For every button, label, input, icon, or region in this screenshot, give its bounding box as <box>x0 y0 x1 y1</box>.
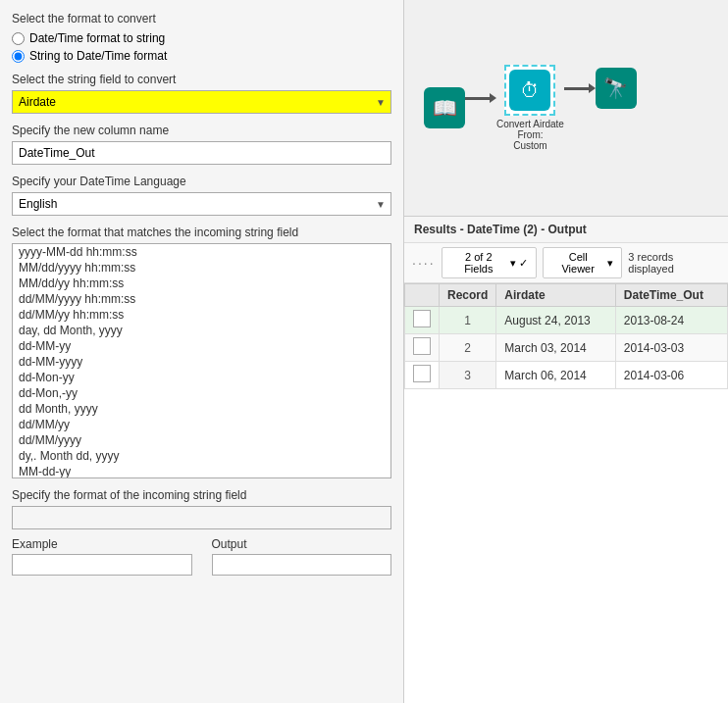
output-node-icon[interactable]: 🔭 <box>596 68 637 109</box>
format-item[interactable]: dd-Mon-yy <box>13 370 390 385</box>
radio-label-1: Date/Time format to string <box>29 31 165 45</box>
fields-label: 2 of 2 Fields <box>450 251 507 275</box>
table-row: 2March 03, 20142014-03-03 <box>405 334 728 362</box>
left-panel: Select the format to convert Date/Time f… <box>0 0 404 703</box>
connector-1 <box>465 93 496 103</box>
table-row: 1August 24, 20132013-08-24 <box>405 307 728 334</box>
fields-check-icon: ✓ <box>519 257 528 270</box>
convert-node-wrapper: ⏱ <box>504 65 555 116</box>
airdate-cell: March 03, 2014 <box>496 334 615 362</box>
col-airdate: Airdate <box>496 284 615 307</box>
convert-node-label: Convert Airdate From: Custom <box>496 119 564 151</box>
workflow-area: 📖 ⏱ Convert Airdate From: Custom 🔭 <box>404 0 728 216</box>
table-row: 3March 06, 20142014-03-06 <box>405 362 728 389</box>
string-field-section: Select the string field to convert Airda… <box>12 73 391 114</box>
row-checkbox[interactable] <box>413 337 431 355</box>
example-output-row: Example Output <box>12 537 391 576</box>
results-toolbar: ···· 2 of 2 Fields ▾ ✓ Cell Viewer ▾ 3 r… <box>404 243 728 283</box>
data-table: Record Airdate DateTime_Out 1August 24, … <box>404 283 728 389</box>
row-number: 2 <box>440 334 496 362</box>
incoming-label: Specify the format of the incoming strin… <box>12 488 391 502</box>
results-table: Record Airdate DateTime_Out 1August 24, … <box>404 283 728 703</box>
radio-string-to-datetime[interactable] <box>12 50 25 63</box>
header-row: Record Airdate DateTime_Out <box>405 284 728 307</box>
row-checkbox-cell <box>405 362 440 389</box>
string-field-dropdown-wrapper: Airdate ▼ <box>12 90 391 114</box>
datetime-out-cell: 2014-03-03 <box>615 334 727 362</box>
format-section-label: Select the format to convert <box>12 12 391 25</box>
col-checkbox <box>405 284 440 307</box>
results-panel: Results - DateTime (2) - Output ···· 2 o… <box>404 216 728 703</box>
radio-item-1: Date/Time format to string <box>12 31 391 45</box>
output-input[interactable] <box>212 554 392 576</box>
string-field-label: Select the string field to convert <box>12 73 391 86</box>
arrow-2 <box>589 83 596 93</box>
col-record: Record <box>440 284 496 307</box>
row-checkbox-cell <box>405 334 440 362</box>
right-panel: 📖 ⏱ Convert Airdate From: Custom 🔭 Resul… <box>404 0 728 703</box>
format-item[interactable]: dd/MM/yyyy hh:mm:ss <box>13 291 390 307</box>
format-item[interactable]: dd-MM-yy <box>13 338 390 354</box>
row-checkbox-cell <box>405 307 440 334</box>
radio-item-2: String to Date/Time format <box>12 49 391 63</box>
format-item[interactable]: dd-MM-yyyy <box>13 354 390 370</box>
radio-label-2: String to Date/Time format <box>29 49 167 63</box>
format-item[interactable]: yyyy-MM-dd hh:mm:ss <box>13 244 390 260</box>
format-list: yyyy-MM-dd hh:mm:ssMM/dd/yyyy hh:mm:ssMM… <box>12 243 391 478</box>
new-column-label: Specify the new column name <box>12 124 391 137</box>
records-info: 3 records displayed <box>628 251 720 275</box>
format-item[interactable]: day, dd Month, yyyy <box>13 323 390 338</box>
format-item[interactable]: dd/MM/yy hh:mm:ss <box>13 307 390 323</box>
datetime-out-cell: 2013-08-24 <box>615 307 727 334</box>
format-item[interactable]: dd Month, yyyy <box>13 401 390 417</box>
format-item[interactable]: dd/MM/yyyy <box>13 432 390 448</box>
datetime-out-cell: 2014-03-06 <box>615 362 727 389</box>
convert-node-icon[interactable]: ⏱ <box>509 70 550 111</box>
output-label: Output <box>212 537 392 551</box>
format-item[interactable]: dy,. Month dd, yyyy <box>13 448 390 464</box>
airdate-cell: August 24, 2013 <box>496 307 615 334</box>
language-section: Specify your DateTime Language English F… <box>12 175 391 216</box>
connector-line-2 <box>564 87 589 90</box>
example-col: Example <box>12 537 192 576</box>
format-match-label: Select the format that matches the incom… <box>12 226 391 239</box>
row-checkbox[interactable] <box>413 310 431 327</box>
radio-datetime-to-string[interactable] <box>12 32 25 45</box>
fields-dropdown-icon: ▾ <box>510 257 516 270</box>
connector-line-1 <box>465 97 490 100</box>
output-col: Output <box>212 537 392 576</box>
example-input[interactable] <box>12 554 192 576</box>
format-item[interactable]: MM-dd-yy <box>13 464 390 478</box>
language-label: Specify your DateTime Language <box>12 175 391 188</box>
incoming-section: Specify the format of the incoming strin… <box>12 488 391 529</box>
table-header: Record Airdate DateTime_Out <box>405 284 728 307</box>
cell-viewer-label: Cell Viewer <box>551 251 604 275</box>
arrow-1 <box>490 93 496 103</box>
row-number: 1 <box>440 307 496 334</box>
fields-button[interactable]: 2 of 2 Fields ▾ ✓ <box>442 247 537 278</box>
radio-group: Date/Time format to string String to Dat… <box>12 31 391 63</box>
new-column-section: Specify the new column name <box>12 124 391 165</box>
table-body: 1August 24, 20132013-08-242March 03, 201… <box>405 307 728 389</box>
format-match-section: Select the format that matches the incom… <box>12 226 391 478</box>
results-header: Results - DateTime (2) - Output <box>404 217 728 243</box>
cell-viewer-button[interactable]: Cell Viewer ▾ <box>543 247 622 278</box>
col-datetime-out: DateTime_Out <box>615 284 727 307</box>
workflow-node-output: 🔭 <box>596 68 637 109</box>
airdate-cell: March 06, 2014 <box>496 362 615 389</box>
row-checkbox[interactable] <box>413 365 431 382</box>
language-dropdown[interactable]: English French German Spanish <box>12 192 391 216</box>
new-column-input[interactable] <box>12 141 391 165</box>
incoming-format-input[interactable] <box>12 506 391 529</box>
input-node-icon[interactable]: 📖 <box>424 87 465 128</box>
string-field-dropdown[interactable]: Airdate <box>12 90 391 114</box>
row-number: 3 <box>440 362 496 389</box>
format-item[interactable]: MM/dd/yy hh:mm:ss <box>13 276 390 291</box>
format-item[interactable]: dd/MM/yy <box>13 417 390 432</box>
connector-2 <box>564 83 596 93</box>
example-label: Example <box>12 537 192 551</box>
format-item[interactable]: MM/dd/yyyy hh:mm:ss <box>13 260 390 276</box>
workflow-node-input: 📖 <box>424 87 465 128</box>
language-dropdown-wrapper: English French German Spanish ▼ <box>12 192 391 216</box>
format-item[interactable]: dd-Mon,-yy <box>13 385 390 401</box>
